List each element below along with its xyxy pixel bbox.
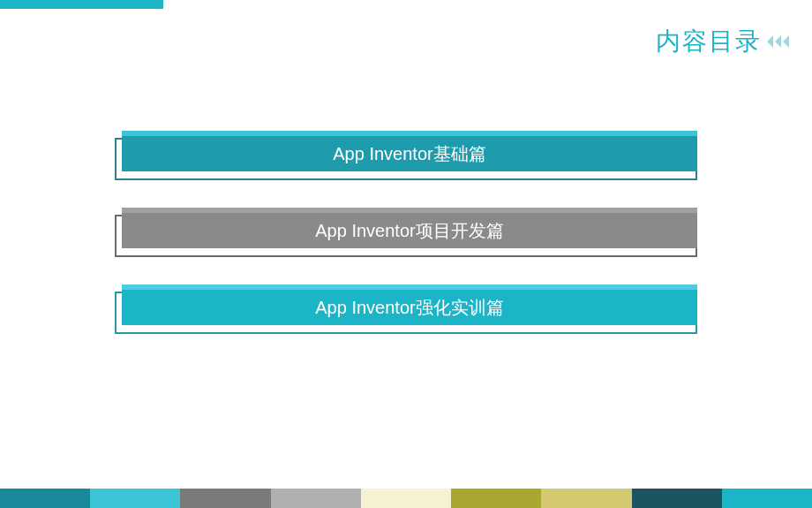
footer-block [180, 489, 270, 508]
footer-block [271, 489, 361, 508]
top-accent-bar [0, 0, 163, 9]
chevron-left-icon [783, 35, 791, 48]
header: 内容目录 [656, 25, 791, 58]
chevron-left-icon [775, 35, 783, 48]
footer-block [632, 489, 722, 508]
footer-block [0, 489, 90, 508]
footer-color-bar [0, 489, 812, 508]
item-bar: App Inventor基础篇 [122, 131, 697, 171]
footer-block [361, 489, 451, 508]
toc-item-training: App Inventor强化实训篇 [115, 284, 697, 334]
footer-block [722, 489, 812, 508]
chevron-decoration [767, 35, 791, 48]
footer-block [90, 489, 180, 508]
footer-block [451, 489, 541, 508]
toc-item-basics: App Inventor基础篇 [115, 131, 697, 180]
item-bar: App Inventor强化实训篇 [122, 284, 697, 325]
toc-item-label: App Inventor基础篇 [333, 142, 485, 166]
item-bar: App Inventor项目开发篇 [122, 208, 697, 248]
footer-block [541, 489, 631, 508]
toc-list: App Inventor基础篇 App Inventor项目开发篇 App In… [115, 131, 697, 361]
toc-item-project: App Inventor项目开发篇 [115, 208, 697, 257]
toc-item-label: App Inventor项目开发篇 [315, 219, 503, 243]
toc-item-label: App Inventor强化实训篇 [315, 296, 503, 320]
chevron-left-icon [767, 35, 775, 48]
page-title: 内容目录 [656, 25, 762, 58]
